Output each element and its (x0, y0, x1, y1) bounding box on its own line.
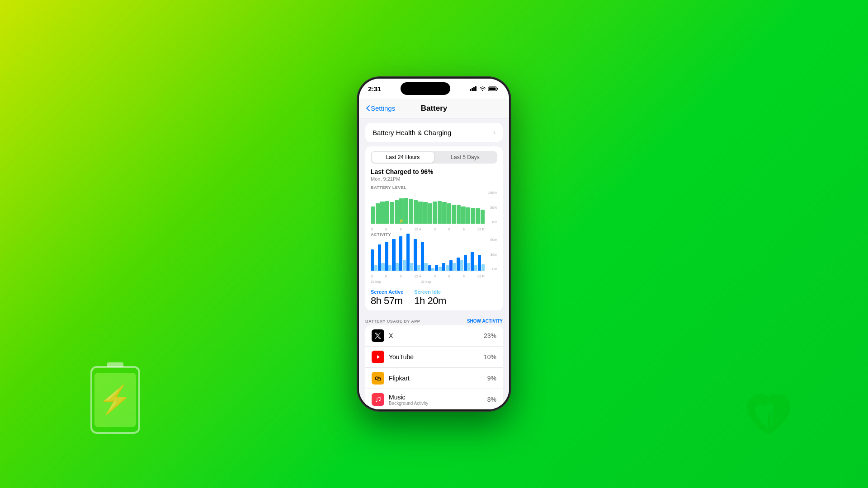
wifi-icon (479, 86, 486, 91)
act-date-1: 25 Sep (371, 280, 381, 283)
battery-bar (390, 202, 394, 224)
screen-active-bar (399, 236, 402, 271)
screen-idle-bar (396, 263, 399, 271)
activity-chart: 60m 30m 0m 3 6 9 12 A 3 6 9 12 P (371, 238, 497, 278)
status-icons (470, 86, 498, 91)
app-percent-flipkart: 9% (487, 375, 496, 382)
activity-bar-group (428, 238, 435, 271)
battery-bar (433, 202, 437, 224)
battery-health-row[interactable]: Battery Health & Charging › (365, 123, 503, 142)
charged-label: Last Charged to 96% (371, 168, 497, 175)
activity-y-labels: 60m 30m 0m (490, 238, 497, 271)
tab-last-24-hours[interactable]: Last 24 Hours (372, 152, 434, 163)
phone-frame: 2:31 (357, 77, 511, 411)
activity-label: ACTIVITY (371, 232, 497, 237)
screen-idle-bar (424, 263, 427, 271)
battery-bar (452, 205, 456, 224)
battery-level-label: BATTERY LEVEL (371, 185, 497, 190)
activity-bar-group (421, 238, 428, 271)
battery-bar (428, 203, 433, 224)
tab-last-5-days[interactable]: Last 5 Days (434, 152, 496, 163)
nav-bar: Settings Battery (359, 99, 509, 118)
screen-idle-bar (403, 260, 406, 271)
svg-rect-3 (470, 89, 471, 91)
battery-status-icon (488, 86, 498, 91)
screen-idle-bar (381, 263, 384, 271)
screen-active-bar (371, 249, 374, 271)
screen-idle-bar (374, 265, 377, 271)
screen-active-bar (406, 234, 410, 271)
app-list: X 23% YouTube 10% (365, 325, 503, 409)
battery-bar (476, 208, 480, 224)
activity-bar-group (399, 238, 406, 271)
battery-x-labels: 3 6 9 12 A 3 6 9 12 P (371, 227, 485, 231)
screen-idle-stat: Screen Idle 1h 20m (414, 289, 446, 307)
screen-active-bar (442, 263, 445, 271)
app-icon-flipkart: 🛍 (372, 372, 384, 385)
app-name-x: X (389, 332, 484, 339)
app-row-flipkart[interactable]: 🛍 Flipkart 9% (365, 368, 503, 389)
activity-bar-group (478, 238, 485, 271)
battery-bar (466, 207, 471, 224)
activity-bar-group (471, 238, 477, 271)
back-button[interactable]: Settings (366, 104, 395, 112)
battery-bar (471, 208, 475, 224)
signal-icon (470, 86, 477, 91)
app-row-x[interactable]: X 23% (365, 325, 503, 347)
screen-idle-bar (446, 265, 449, 271)
screen-idle-bar (467, 263, 470, 271)
act-date-2: 26 Sep (421, 280, 431, 283)
app-name-music: Music (389, 394, 487, 401)
decorative-heart-icon (741, 389, 796, 443)
screen-idle-bar (431, 268, 434, 271)
y-label-0: 0% (492, 220, 497, 224)
battery-bar (438, 201, 442, 224)
battery-bar (380, 202, 385, 224)
app-name-flipkart: Flipkart (389, 375, 487, 382)
screen-active-bar (471, 252, 474, 271)
screen-active-label: Screen Active (371, 289, 403, 295)
dynamic-island (401, 82, 450, 95)
app-name-youtube: YouTube (389, 353, 484, 361)
battery-health-chevron: › (493, 128, 495, 136)
battery-y-labels: 100% 50% 0% (488, 191, 497, 224)
decorative-battery-icon: ⚡ (90, 366, 140, 434)
battery-health-label: Battery Health & Charging (373, 129, 451, 136)
battery-bar (418, 202, 423, 224)
act-y-30: 30m (490, 253, 497, 257)
screen-idle-bar (439, 267, 442, 271)
screen-idle-bar (474, 265, 477, 271)
app-percent-music: 8% (487, 396, 496, 403)
activity-bar-group (449, 238, 456, 271)
back-label: Settings (371, 104, 395, 112)
battery-bar (481, 210, 485, 224)
app-row-youtube[interactable]: YouTube 10% (365, 347, 503, 368)
svg-rect-6 (475, 86, 476, 91)
app-percent-youtube: 10% (484, 353, 496, 361)
app-icon-youtube (372, 351, 384, 363)
phone-reflection (357, 485, 511, 488)
activity-bar-group (457, 238, 463, 271)
battery-level-chart: 100% 50% 0% 3 6 9 12 A 3 6 9 12 P (371, 191, 497, 231)
time-tabs: Last 24 Hours Last 5 Days (371, 151, 497, 164)
activity-bar-group (464, 238, 471, 271)
activity-bar-group (371, 238, 377, 271)
battery-bar (423, 202, 428, 224)
battery-bar (376, 203, 380, 224)
battery-bar (457, 205, 461, 224)
charge-indicator: ⚡ (399, 219, 404, 223)
activity-bar-group (435, 238, 442, 271)
screen-summary: Screen Active 8h 57m Screen Idle 1h 20m (371, 285, 497, 310)
screen-idle-bar (388, 265, 392, 271)
screen-active-bar (457, 258, 460, 271)
screen-active-stat: Screen Active 8h 57m (371, 289, 403, 307)
phone-screen: 2:31 (359, 79, 509, 409)
app-music-sub: Background Activity (389, 401, 487, 406)
screen-active-bar (464, 255, 467, 271)
app-row-music[interactable]: Music Background Activity 8% (365, 389, 503, 409)
app-icon-music (372, 393, 384, 406)
show-activity-button[interactable]: SHOW ACTIVITY (467, 319, 503, 324)
activity-bar-group (392, 238, 399, 271)
status-time: 2:31 (368, 85, 381, 93)
svg-rect-5 (473, 87, 475, 91)
